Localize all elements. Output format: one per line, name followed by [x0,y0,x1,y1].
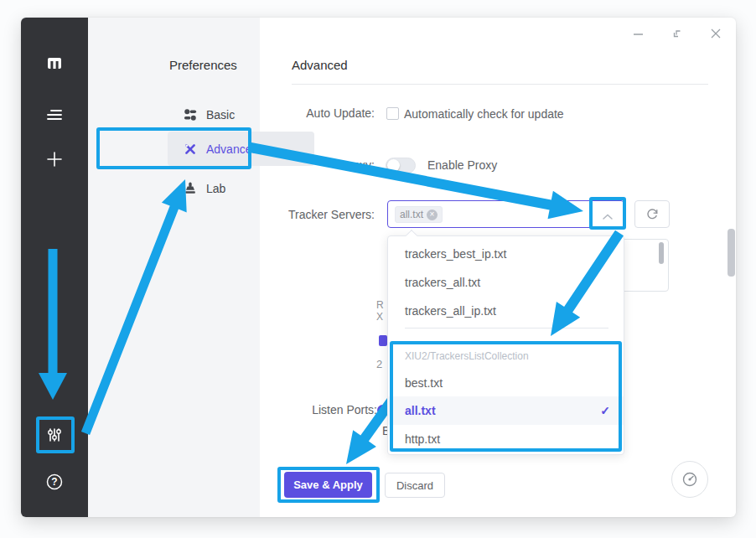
occluded-text-fragment: R [376,299,386,311]
occluded-text-fragment: X [376,311,386,323]
proxy-option-label: Enable Proxy [427,158,497,172]
motrix-logo-icon [44,53,65,73]
minimize-button[interactable] [626,24,651,43]
sidebar-item-label: Basic [206,108,235,122]
sync-trackers-button[interactable] [634,200,670,228]
add-task-icon[interactable] [44,149,65,169]
check-icon: ✓ [600,396,610,425]
tracker-dropdown-panel: trackers_best_ip.txt trackers_all.txt tr… [387,235,624,455]
dropdown-group-label: XIU2/TrackersListCollection [405,350,529,362]
tag-label: all.txt [400,209,423,220]
auto-update-label: Auto Update: [261,106,375,120]
dropdown-item[interactable]: trackers_all_ip.txt [388,297,624,325]
sidebar-item-label: Advanced [206,142,258,156]
maximize-button[interactable] [665,24,690,43]
title-divider [292,84,708,85]
tracker-servers-label: Tracker Servers: [261,208,375,221]
auto-update-option-label: Automatically check for update [404,107,564,121]
tag-close-icon[interactable]: × [427,210,438,220]
preferences-sliders-icon[interactable] [44,425,65,445]
selected-tracker-tag: all.txt × [395,206,443,223]
chevron-up-icon[interactable] [602,210,614,225]
help-icon[interactable]: ? [44,472,65,492]
preferences-panel: Preferences Basic [88,18,260,517]
motrix-preferences-window: ? Preferences Basic [21,18,736,517]
stamp-icon [182,180,199,197]
close-button[interactable] [703,24,728,43]
auto-update-checkbox[interactable] [386,107,399,120]
dropdown-item[interactable]: trackers_all.txt [388,268,624,297]
content-scrollbar[interactable] [728,229,735,277]
save-apply-button[interactable]: Save & Apply [284,472,372,498]
occluded-checkbox [379,335,387,346]
app-sidebar: ? [21,18,88,517]
tracker-servers-select[interactable]: all.txt × [387,200,624,228]
page-title: Advanced [292,58,348,72]
preferences-title: Preferences [169,58,237,72]
dropdown-item[interactable]: trackers_best_ip.txt [388,240,624,268]
dropdown-item-label: all.txt [405,404,436,417]
listen-ports-label: Listen Ports: [261,403,377,416]
discard-button[interactable]: Discard [385,473,445,498]
tools-icon [182,141,199,158]
app-canvas: ? Preferences Basic [0,0,756,538]
dropdown-group-divider [405,328,608,328]
task-list-icon[interactable] [44,105,65,125]
occluded-text-fragment: 2 [376,358,386,370]
sidebar-item-lab[interactable]: Lab [168,171,314,205]
speed-limit-button[interactable] [671,461,708,498]
toggle-knob [387,159,400,172]
dropdown-item[interactable]: best.txt [388,369,624,397]
sidebar-item-label: Lab [206,182,225,195]
proxy-label: Proxy: [261,158,375,172]
dropdown-item[interactable]: http.txt [388,425,624,453]
toggles-icon [182,106,199,123]
textarea-scrollbar[interactable] [659,242,664,264]
dropdown-item-selected[interactable]: all.txt ✓ [388,396,624,425]
proxy-toggle[interactable] [386,158,416,173]
